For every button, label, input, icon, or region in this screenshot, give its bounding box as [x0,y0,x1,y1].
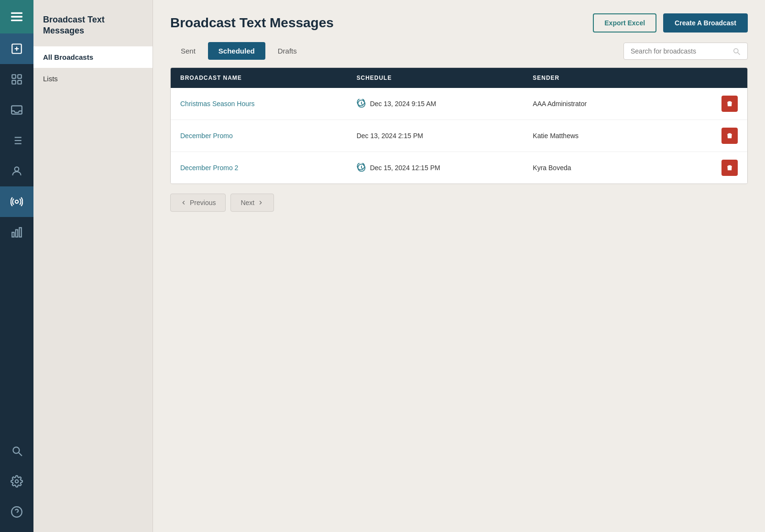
svg-point-15 [15,167,19,171]
trash-icon [726,132,733,140]
content-area: Sent Scheduled Drafts Broadcast Name Sch… [153,42,765,229]
delete-button[interactable] [721,128,738,144]
schedule-text: Dec 15, 2024 12:15 PM [370,164,440,172]
nav-item-help[interactable] [0,497,33,527]
nav-item-settings[interactable] [0,466,33,497]
tabs-and-search-row: Sent Scheduled Drafts [170,42,748,60]
pagination: Previous Next [170,194,748,212]
chevron-left-icon [180,199,187,206]
main-content: Broadcast Text Messages Export Excel Cre… [153,0,765,532]
previous-button[interactable]: Previous [170,194,226,212]
col-header-sender: Sender [533,75,709,81]
tab-drafts[interactable]: Drafts [267,42,307,60]
sender-cell: Katie Matthews [533,132,709,140]
clock-refresh-icon [357,99,366,109]
sidebar: Broadcast Text Messages All Broadcasts L… [33,0,153,532]
tab-sent[interactable]: Sent [170,42,206,60]
sender-cell: Kyra Boveda [533,164,709,172]
sidebar-item-all-broadcasts[interactable]: All Broadcasts [33,46,153,68]
col-header-schedule: Schedule [357,75,533,81]
trash-icon [726,164,733,172]
svg-rect-17 [12,232,14,237]
nav-item-broadcast[interactable] [0,186,33,217]
search-input[interactable] [631,47,728,55]
broadcast-name-link[interactable]: December Promo [180,132,357,140]
clock-refresh-icon [357,163,366,173]
table-header: Broadcast Name Schedule Sender [171,68,747,88]
delete-cell [709,96,738,112]
table-row: December Promo Dec 13, 2024 2:15 PM Kati… [171,120,747,152]
svg-rect-19 [19,228,21,237]
svg-rect-5 [18,75,22,78]
svg-rect-2 [11,20,22,21]
page-title: Broadcast Text Messages [170,15,334,31]
nav-bar [0,0,33,532]
delete-button[interactable] [721,96,738,112]
svg-rect-4 [12,75,16,78]
dashboard-icon [11,73,23,86]
svg-line-21 [19,453,22,456]
delete-button[interactable] [721,160,738,176]
search-icon [732,47,741,55]
broadcast-name-link[interactable]: December Promo 2 [180,164,357,172]
broadcasts-table: Broadcast Name Schedule Sender Christmas… [170,67,748,184]
nav-item-dashboard[interactable] [0,64,33,95]
broadcast-name-link[interactable]: Christmas Season Hours [180,100,357,108]
svg-point-20 [13,447,19,453]
svg-rect-7 [18,80,22,84]
chevron-right-icon [257,199,264,206]
svg-point-25 [734,48,738,53]
next-button[interactable]: Next [230,194,274,212]
svg-line-26 [738,53,740,55]
schedule-cell: Dec 15, 2024 12:15 PM [357,163,533,173]
nav-item-contacts[interactable] [0,156,33,186]
settings-icon [11,475,23,488]
delete-cell [709,128,738,144]
contacts-icon [11,165,23,177]
nav-item-lists[interactable] [0,125,33,156]
svg-rect-1 [11,16,22,17]
nav-item-analytics[interactable] [0,217,33,248]
nav-logo[interactable] [0,0,33,33]
trash-icon [726,100,733,108]
help-icon [11,506,23,518]
table-row: Christmas Season Hours Dec 13, 2024 9:15… [171,88,747,120]
nav-item-inbox[interactable] [0,95,33,125]
svg-rect-18 [16,230,18,237]
schedule-cell: Dec 13, 2024 2:15 PM [357,132,533,140]
header-actions: Export Excel Create A Broadcast [593,13,748,33]
sidebar-item-lists[interactable]: Lists [33,68,153,89]
broadcast-icon [11,195,23,208]
tab-group: Sent Scheduled Drafts [170,42,307,60]
create-broadcast-button[interactable]: Create A Broadcast [663,13,748,33]
sidebar-title: Broadcast Text Messages [33,10,153,46]
svg-point-16 [15,200,19,204]
analytics-icon [11,226,23,239]
delete-cell [709,160,738,176]
schedule-text: Dec 13, 2024 9:15 AM [370,100,437,108]
search-nav-icon [11,445,23,457]
col-header-name: Broadcast Name [180,75,357,81]
svg-point-22 [15,480,19,483]
table-row: December Promo 2 Dec 15, 2024 12:15 PM K… [171,152,747,184]
next-label: Next [240,199,254,206]
nav-item-compose[interactable] [0,33,33,64]
svg-rect-0 [11,12,22,14]
menu-icon [9,9,24,24]
export-excel-button[interactable]: Export Excel [593,13,656,33]
svg-rect-6 [12,80,16,84]
sender-cell: AAA Administrator [533,100,709,108]
schedule-cell: Dec 13, 2024 9:15 AM [357,99,533,109]
compose-icon [11,43,23,55]
col-header-actions [709,75,738,81]
schedule-text: Dec 13, 2024 2:15 PM [357,132,423,140]
search-box [623,43,748,60]
page-header: Broadcast Text Messages Export Excel Cre… [153,0,765,42]
nav-item-search[interactable] [0,435,33,466]
lists-icon [11,134,23,147]
tab-scheduled[interactable]: Scheduled [208,42,265,60]
previous-label: Previous [190,199,216,206]
inbox-icon [11,104,23,116]
